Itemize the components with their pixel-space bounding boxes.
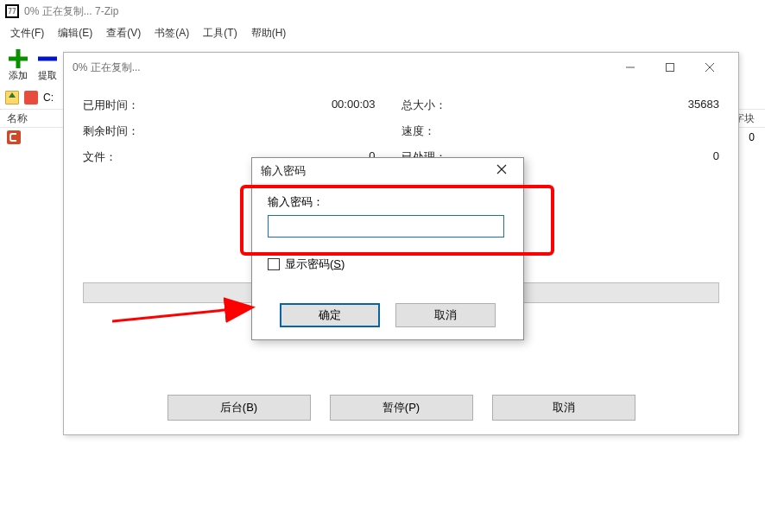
minimize-button[interactable] [610,54,650,80]
progress-title: 0% 正在复制... [73,60,141,75]
value-elapsed: 00:00:03 [187,98,401,113]
progress-titlebar: 0% 正在复制... [64,53,738,82]
password-titlebar: 输入密码 [252,158,523,184]
plus-icon [3,48,33,69]
password-ok-button[interactable]: 确定 [280,303,380,327]
password-title: 输入密码 [261,163,306,179]
show-password-checkbox[interactable] [268,258,280,270]
path-text: C: [43,92,54,104]
label-remaining: 剩余时间： [83,124,187,139]
svg-rect-0 [667,64,674,72]
pptx-icon [7,130,21,144]
label-speed: 速度： [401,124,505,139]
app-7z-icon [5,4,19,18]
toolbar-add-label: 添加 [3,69,33,82]
password-close-button[interactable] [489,164,515,177]
toolbar-extract-label: 提取 [33,69,62,82]
archive-icon[interactable] [24,91,38,104]
toolbar-extract[interactable]: 提取 [33,48,62,82]
menu-bookmarks[interactable]: 书签(A) [148,24,196,42]
main-title: 0% 正在复制... 7-Zip [24,4,118,19]
background-button[interactable]: 后台(B) [168,395,311,421]
label-elapsed: 已用时间： [83,98,187,113]
menu-tools[interactable]: 工具(T) [196,24,243,42]
maximize-button[interactable] [650,54,690,80]
column-name[interactable]: 名称 [7,111,28,126]
minus-icon [33,48,62,69]
pause-button[interactable]: 暂停(P) [330,395,473,421]
progress-cancel-button[interactable]: 取消 [492,395,635,421]
value-processed: 0 [505,149,720,165]
value-totalsize: 35683 [505,98,720,113]
password-input[interactable] [268,215,504,238]
menu-help[interactable]: 帮助(H) [244,24,294,42]
show-password-label: 显示密码(S) [285,256,345,272]
value-remaining [187,124,401,139]
close-button[interactable] [690,54,730,80]
menu-file[interactable]: 文件(F) [3,24,51,42]
list-row-block-value: 0 [749,131,755,143]
folder-up-icon[interactable] [5,91,19,104]
value-speed [505,124,720,139]
password-cancel-button[interactable]: 取消 [395,303,496,327]
label-files: 文件： [83,149,187,165]
password-dialog: 输入密码 输入密码： 显示密码(S) 确定 取消 [251,157,524,340]
menubar: 文件(F) 编辑(E) 查看(V) 书签(A) 工具(T) 帮助(H) [0,22,765,43]
main-titlebar: 0% 正在复制... 7-Zip [0,0,765,22]
menu-edit[interactable]: 编辑(E) [51,24,99,42]
menu-view[interactable]: 查看(V) [99,24,148,42]
label-totalsize: 总大小： [401,98,505,113]
password-label: 输入密码： [268,194,508,210]
toolbar-add[interactable]: 添加 [3,48,33,82]
